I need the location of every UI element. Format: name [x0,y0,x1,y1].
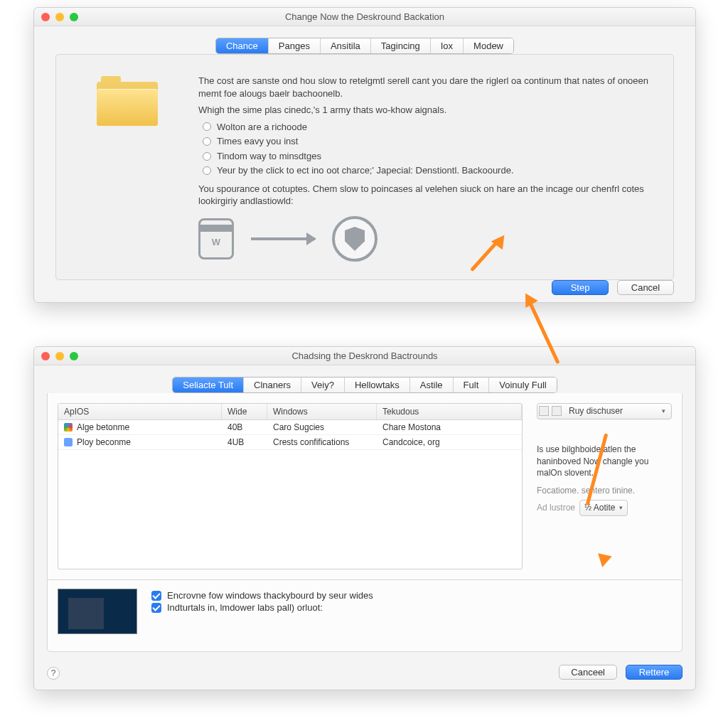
column-header[interactable]: Tekudous [377,404,522,419]
step-button[interactable]: Step [552,280,609,295]
tab-modew[interactable]: Modew [464,38,513,53]
user-selector-label: Ruy dischuser [569,405,623,417]
tab-clnaners[interactable]: Clnaners [244,378,301,392]
tab-voinuly-full[interactable]: Voinuly Full [489,378,556,392]
tab-chance[interactable]: Chance [216,38,269,53]
app-table: ApIOSWideWindowsTekudous Alge betonme40B… [58,403,523,569]
titlebar-bottom: Chadsing the Deskrond Bactrounds [34,347,695,365]
checkbox-icon [151,591,161,601]
titlebar-top: Change Now the Deskround Backation [34,8,695,26]
tab-fult[interactable]: Fult [454,378,490,392]
cell-tek: Candcoice, org [377,435,522,449]
cell-tek: Chare Mostona [377,420,522,434]
radio-icon [203,166,211,175]
radio-group: Wolton are a richoodeTimes eavy you inst… [203,121,652,177]
radio-label: Wolton are a richoode [217,121,307,134]
cell-wide: 40B [222,420,267,434]
radio-label: Times eavy you inst [217,135,298,148]
side-paragraph: Is use bilghboide atlen the haninboved N… [537,444,672,479]
table-row[interactable]: Alge betonme40BCaro SugciesChare Mostona [58,420,522,435]
window-title: Change Now the Deskround Backation [34,11,695,22]
cell-name: Alge betonme [77,422,129,432]
window-title: Chadsing the Deskrond Bactrounds [34,350,695,361]
checkbox-option[interactable]: Encrovne fow windows thackybourd by seur… [151,590,373,601]
checkbox-icon [151,603,161,613]
radio-option[interactable]: Yeur by the click to ect ino oot charce;… [203,164,652,177]
minimize-icon[interactable] [55,352,64,360]
tab-bar-top: ChancePangesAnsitilaTagincingIoxModew [34,38,695,54]
device-icon: W [198,218,234,259]
column-header[interactable]: Windows [267,404,377,419]
intro-text-3: You spourance ot cotuptes. Chem slow to … [198,183,652,208]
content-panel-bottom: ApIOSWideWindowsTekudous Alge betonme40B… [47,393,682,652]
intro-text-2: Whigh the sime plas cinedc,'s 1 army tha… [198,104,652,117]
cancel-button[interactable]: Cancel [617,280,674,295]
tab-bar-bottom: Seliacte TultClnanersVeiy?HellowtaksAsti… [34,377,695,393]
checkbox-option[interactable]: Indturtals in, lmdower labs pall) orluot… [151,602,373,613]
small-selector[interactable]: ½ Aotite ▾ [579,500,628,516]
chevron-down-icon: ▾ [662,407,665,416]
radio-icon [203,137,211,146]
view-icon [539,406,549,416]
small-selector-label: ½ Aotite [584,502,615,514]
minimize-icon[interactable] [55,13,64,21]
tab-iox[interactable]: Iox [431,38,464,53]
checkbox-label: Indturtals in, lmdower labs pall) orluot… [167,602,323,613]
radio-option[interactable]: Times eavy you inst [203,135,652,148]
close-icon[interactable] [41,13,50,21]
tab-veiy-[interactable]: Veiy? [301,378,345,392]
radio-option[interactable]: Tindom way to minsdtges [203,150,652,163]
cell-windows: Caro Sugcies [267,420,377,434]
side-label: Ad lustroe [537,502,575,514]
help-button[interactable]: ? [47,667,60,680]
desktop-preview [58,589,137,634]
zoom-icon[interactable] [70,352,78,360]
view-icon [552,406,562,416]
restore-button[interactable]: Rettere [626,665,682,680]
app-icon [64,423,73,432]
cancel-button[interactable]: Canceel [559,665,617,680]
chevron-down-icon: ▾ [619,503,623,513]
checkbox-label: Encrovne fow windows thackybourd by seur… [167,590,373,601]
zoom-icon[interactable] [70,13,78,21]
cell-name: Ploy beconme [77,437,131,447]
radio-option[interactable]: Wolton are a richoode [203,121,652,134]
side-panel: Ruy dischuser▾ Is use bilghboide atlen t… [537,403,672,569]
app-icon [64,438,73,446]
radio-label: Tindom way to minsdtges [217,150,321,163]
tab-tagincing[interactable]: Tagincing [371,38,431,53]
arrow-icon [251,237,315,240]
intro-text-1: The cost are sanste ond hou slow to rete… [198,75,652,100]
radio-icon [203,122,211,131]
table-row[interactable]: Ploy beconme4UBCrests confificationsCand… [58,435,522,450]
column-header[interactable]: Wide [222,404,267,419]
tab-astile[interactable]: Astile [410,378,454,392]
side-note: Focatiome. sentero tinine. [537,485,672,497]
diagram: W [198,216,652,262]
user-selector[interactable]: Ruy dischuser▾ [537,403,672,419]
radio-label: Yeur by the click to ect ino oot charce;… [217,164,514,177]
radio-icon [203,152,211,161]
folder-icon [97,76,158,126]
close-icon[interactable] [41,352,50,360]
cell-windows: Crests confifications [267,435,377,449]
tab-ansitila[interactable]: Ansitila [321,38,371,53]
cell-wide: 4UB [222,435,267,449]
shield-icon [332,216,378,262]
window-top: Change Now the Deskround Backation Chanc… [33,7,696,303]
options-zone: Encrovne fow windows thackybourd by seur… [58,589,672,634]
tab-hellowtaks[interactable]: Hellowtaks [345,378,410,392]
tab-seliacte-tult[interactable]: Seliacte Tult [173,378,244,392]
column-header[interactable]: ApIOS [58,404,222,419]
content-panel-top: The cost are sanste ond hou slow to rete… [55,54,674,280]
window-bottom: Chadsing the Deskrond Bactrounds Seliact… [33,346,696,690]
tab-panges[interactable]: Panges [269,38,321,53]
